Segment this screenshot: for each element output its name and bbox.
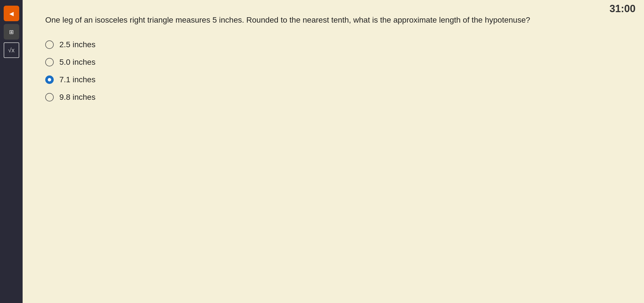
- radio-3[interactable]: [45, 75, 54, 84]
- grid-button[interactable]: ⊞: [4, 24, 19, 40]
- question-text: One leg of an isosceles right triangle m…: [45, 14, 554, 26]
- back-button[interactable]: ◀: [4, 6, 19, 21]
- option-3-label: 7.1 inches: [59, 75, 96, 84]
- option-2-label: 5.0 inches: [59, 58, 96, 67]
- timer: 31:00: [610, 3, 636, 15]
- radio-4[interactable]: [45, 93, 54, 101]
- option-1-label: 2.5 inches: [59, 40, 96, 49]
- radio-1[interactable]: [45, 40, 54, 49]
- option-3[interactable]: 7.1 inches: [45, 75, 621, 84]
- main-content: 31:00 One leg of an isosceles right tria…: [23, 0, 644, 303]
- options-list: 2.5 inches 5.0 inches 7.1 inches 9.8 inc…: [45, 40, 621, 102]
- option-4-label: 9.8 inches: [59, 93, 96, 102]
- sidebar: ◀ ⊞ √x: [0, 0, 23, 303]
- option-4[interactable]: 9.8 inches: [45, 93, 621, 102]
- option-1[interactable]: 2.5 inches: [45, 40, 621, 49]
- option-2[interactable]: 5.0 inches: [45, 58, 621, 67]
- formula-button[interactable]: √x: [4, 42, 19, 58]
- radio-2[interactable]: [45, 58, 54, 66]
